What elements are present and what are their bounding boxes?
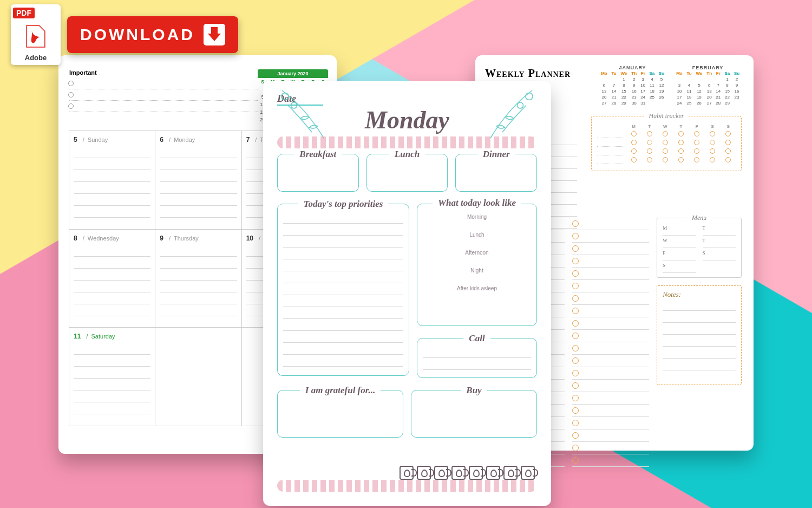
- floral-icon: [482, 84, 547, 144]
- checklist-row: [572, 392, 650, 405]
- grateful-box: I am grateful for...: [277, 390, 403, 438]
- day-cell: 6/ Monday: [155, 131, 241, 230]
- habit-tracker: Habit tracker MTWTFSS: [591, 116, 742, 171]
- checklist-row: [572, 330, 650, 342]
- checklist-row: [572, 292, 650, 305]
- garland-icon: [277, 480, 537, 492]
- monday-sheet: Date Monday BreakfastLunchDinner Today's…: [263, 81, 551, 506]
- checklist-row: [572, 342, 650, 355]
- svg-point-2: [526, 93, 533, 100]
- important-label: Important: [69, 69, 97, 76]
- checklist-col-2: [572, 218, 650, 439]
- floral-icon: [267, 84, 332, 144]
- checklist-row: [572, 305, 650, 317]
- day-cell: 8/ Wednesday: [69, 229, 155, 328]
- checklist-row: [572, 442, 650, 454]
- checklist-row: [572, 380, 650, 392]
- checklist-row: [572, 218, 650, 230]
- buy-box: Buy: [411, 390, 537, 438]
- checklist-row: [572, 367, 650, 380]
- day-cell: 5/ Sunday: [69, 131, 155, 230]
- svg-point-1: [291, 102, 297, 108]
- download-label: DOWNLOAD: [80, 25, 195, 44]
- download-button[interactable]: DOWNLOAD: [67, 16, 238, 53]
- meal-box: Dinner: [455, 154, 537, 192]
- minical-title: January 2020: [258, 69, 328, 78]
- checklist-row: [572, 417, 650, 429]
- checklist-row: [572, 280, 650, 292]
- priorities-box: Today's top priorities: [277, 204, 409, 376]
- meal-box: Breakfast: [277, 154, 359, 192]
- water-cups: [400, 466, 535, 480]
- today-look-box: What today look like Morning Lunch After…: [417, 204, 537, 326]
- checklist-row: [572, 268, 650, 280]
- checklist-row: [572, 230, 650, 243]
- checklist-row: [572, 243, 650, 255]
- checklist-row: [572, 255, 650, 268]
- menu-panel: Menu MTWTFSS: [657, 218, 742, 278]
- day-cell: 9/ Thursday: [155, 229, 241, 328]
- notes-panel: Notes:: [657, 285, 742, 385]
- checklist-row: [572, 429, 650, 442]
- svg-point-0: [281, 93, 289, 100]
- download-arrow-icon: [204, 24, 225, 45]
- checklist-row: [572, 405, 650, 417]
- checklist-row: [572, 355, 650, 367]
- garland-icon: [277, 136, 537, 148]
- svg-point-3: [518, 102, 523, 108]
- meal-box: Lunch: [366, 154, 448, 192]
- checklist-row: [572, 317, 650, 330]
- call-box: Call: [417, 338, 537, 378]
- day-cell: 11/ Saturday: [69, 327, 155, 426]
- pdf-icon: PDF Adobe: [11, 4, 61, 65]
- stage: Important January 2020 SMTWTFS1234567891…: [0, 0, 812, 508]
- mini-calendar-1: JANUARY MoTuWeThFrSaSu123456789101112131…: [599, 65, 666, 106]
- mini-calendar-2: FEBRUARY MoTuWeThFrSaSu12345678910111213…: [674, 65, 742, 106]
- download-badge[interactable]: PDF Adobe DOWNLOAD: [11, 4, 238, 65]
- checklist-row: [572, 454, 650, 467]
